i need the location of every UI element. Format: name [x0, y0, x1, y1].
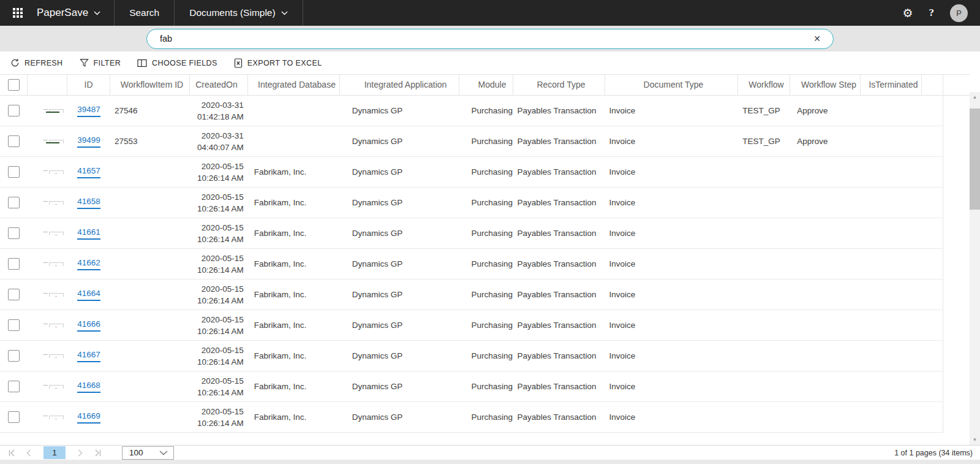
- header-workflowitem-id[interactable]: WorkflowItem ID: [110, 75, 190, 95]
- scrollbar-thumb[interactable]: [970, 108, 980, 210]
- document-id-link[interactable]: 41661: [77, 227, 100, 240]
- header-integrated-application[interactable]: Integrated Application: [340, 75, 459, 95]
- help-icon[interactable]: ?: [929, 7, 935, 19]
- user-avatar[interactable]: P: [950, 4, 968, 22]
- export-to-excel-button[interactable]: EXPORT TO EXCEL: [234, 58, 322, 68]
- document-id-link[interactable]: 41666: [77, 319, 100, 332]
- row-file-cell: PDF PDF: [28, 354, 67, 358]
- table-row[interactable]: PDF PDF 41661 2020-05-15 10:26:14 AM Fab…: [0, 218, 943, 249]
- row-id-cell: 41657: [67, 166, 110, 178]
- table-row[interactable]: PDF PDF 41658 2020-05-15 10:26:14 AM Fab…: [0, 188, 943, 218]
- filter-button[interactable]: FILTER: [80, 58, 121, 67]
- row-checkbox[interactable]: [8, 411, 20, 423]
- row-file-cell: PDF PDF: [28, 324, 67, 327]
- created-date: 2020-05-15: [190, 314, 244, 325]
- table-row[interactable]: TIFF TIFF 39487 27546 2020-03-31 01:42:1…: [0, 96, 943, 126]
- row-createdon-cell: 2020-05-15 10:26:14 AM: [190, 344, 248, 368]
- created-date: 2020-03-31: [190, 99, 244, 111]
- app-launcher-button[interactable]: [0, 0, 36, 26]
- row-checkbox[interactable]: [8, 258, 20, 270]
- row-integrated-application-cell: Dynamics GP: [340, 351, 459, 360]
- row-file-cell: PDF PDF: [28, 416, 67, 419]
- row-checkbox[interactable]: [8, 227, 20, 239]
- refresh-button[interactable]: REFRESH: [10, 58, 63, 67]
- header-workflow-step[interactable]: Workflow Step: [790, 75, 861, 95]
- row-checkbox[interactable]: [8, 319, 20, 331]
- row-select-cell: [0, 319, 28, 331]
- row-checkbox[interactable]: [8, 105, 20, 116]
- header-module[interactable]: Module: [459, 75, 513, 95]
- table-row[interactable]: TIFF TIFF 39499 27553 2020-03-31 04:40:0…: [0, 126, 943, 157]
- waffle-icon: [13, 8, 23, 18]
- header-integrated-database[interactable]: Integrated Database: [248, 75, 340, 95]
- vertical-scrollbar[interactable]: ▲ ▼: [970, 92, 980, 445]
- created-date: 2020-05-15: [190, 375, 244, 387]
- clear-search-icon[interactable]: ✕: [811, 32, 823, 45]
- header-document-type[interactable]: Document Type: [605, 75, 738, 95]
- grid-body: TIFF TIFF 39487 27546 2020-03-31 01:42:1…: [0, 96, 943, 433]
- row-integrated-database-cell: Fabrikam, Inc.: [248, 259, 340, 268]
- select-all-checkbox[interactable]: [8, 79, 20, 91]
- choose-fields-button[interactable]: CHOOSE FIELDS: [137, 59, 217, 67]
- row-record-type-cell: Payables Transaction: [513, 198, 605, 207]
- chevron-down-icon: [281, 11, 288, 15]
- scrollbar-up-arrow-icon[interactable]: ▲: [970, 94, 980, 100]
- created-time: 01:42:18 AM: [190, 111, 244, 123]
- row-checkbox[interactable]: [8, 350, 20, 362]
- current-page-button[interactable]: 1: [43, 446, 66, 459]
- header-record-type[interactable]: Record Type: [513, 75, 605, 95]
- row-createdon-cell: 2020-05-15 10:26:14 AM: [190, 222, 248, 245]
- document-id-link[interactable]: 39499: [77, 135, 100, 148]
- row-checkbox[interactable]: [8, 197, 20, 208]
- settings-gear-icon[interactable]: ⚙: [902, 7, 913, 19]
- document-id-link[interactable]: 41667: [77, 350, 100, 362]
- next-page-icon: [78, 449, 83, 457]
- document-id-link[interactable]: 41658: [77, 197, 100, 209]
- header-createdon[interactable]: CreatedOn: [190, 75, 248, 95]
- created-date: 2020-05-15: [190, 222, 244, 234]
- header-isterminated[interactable]: IsTerminated: [861, 75, 922, 95]
- next-page-button[interactable]: [76, 449, 85, 457]
- document-id-link[interactable]: 41668: [77, 381, 100, 393]
- table-row[interactable]: PDF PDF 41669 2020-05-15 10:26:14 AM Fab…: [0, 402, 943, 433]
- header-id[interactable]: ID: [67, 75, 110, 95]
- table-row[interactable]: PDF PDF 41667 2020-05-15 10:26:14 AM Fab…: [0, 341, 943, 371]
- row-module-cell: Purchasing: [459, 259, 513, 268]
- created-time: 10:26:14 AM: [190, 203, 244, 215]
- document-id-link[interactable]: 41657: [77, 166, 100, 178]
- nav-tab-documents-simple[interactable]: Documents (Simple): [175, 0, 303, 26]
- document-id-link[interactable]: 41669: [77, 411, 100, 424]
- table-row[interactable]: PDF PDF 41657 2020-05-15 10:26:14 AM Fab…: [0, 157, 943, 188]
- page-size-select[interactable]: 100: [122, 446, 174, 460]
- created-time: 10:26:14 AM: [190, 356, 244, 368]
- previous-page-button[interactable]: [24, 449, 33, 457]
- nav-tab-search[interactable]: Search: [115, 0, 175, 26]
- scrollbar-down-arrow-icon[interactable]: ▼: [970, 437, 980, 443]
- document-id-link[interactable]: 41662: [77, 258, 100, 270]
- table-row[interactable]: PDF PDF 41664 2020-05-15 10:26:14 AM Fab…: [0, 280, 943, 310]
- row-module-cell: Purchasing: [459, 106, 513, 115]
- row-document-type-cell: Invoice: [605, 321, 737, 330]
- first-page-button[interactable]: [8, 449, 17, 457]
- pagination-bar: 1 100 1 of 1 pages (34 items): [0, 445, 980, 460]
- document-id-link[interactable]: 41664: [77, 289, 100, 301]
- row-checkbox[interactable]: [8, 135, 20, 147]
- header-workflow[interactable]: Workflow: [738, 75, 790, 95]
- search-bar-section: ✕: [0, 26, 980, 51]
- row-checkbox[interactable]: [8, 289, 20, 300]
- table-row[interactable]: PDF PDF 41662 2020-05-15 10:26:14 AM Fab…: [0, 249, 943, 280]
- row-checkbox[interactable]: [8, 381, 20, 392]
- table-row[interactable]: PDF PDF 41668 2020-05-15 10:26:14 AM Fab…: [0, 371, 943, 402]
- documents-grid: ID WorkflowItem ID CreatedOn Integrated …: [0, 74, 980, 444]
- search-input[interactable]: [160, 34, 811, 44]
- row-id-cell: 41668: [67, 381, 110, 393]
- app-menu-papersave[interactable]: PaperSave: [36, 0, 115, 26]
- row-document-type-cell: Invoice: [605, 413, 737, 422]
- document-id-link[interactable]: 39487: [77, 105, 100, 117]
- last-page-button[interactable]: [92, 449, 101, 457]
- row-document-type-cell: Invoice: [605, 259, 737, 268]
- row-workflowitem-id-cell: 27546: [110, 106, 190, 115]
- table-row[interactable]: PDF PDF 41666 2020-05-15 10:26:14 AM Fab…: [0, 310, 943, 341]
- row-checkbox[interactable]: [8, 166, 20, 178]
- row-document-type-cell: Invoice: [605, 137, 737, 146]
